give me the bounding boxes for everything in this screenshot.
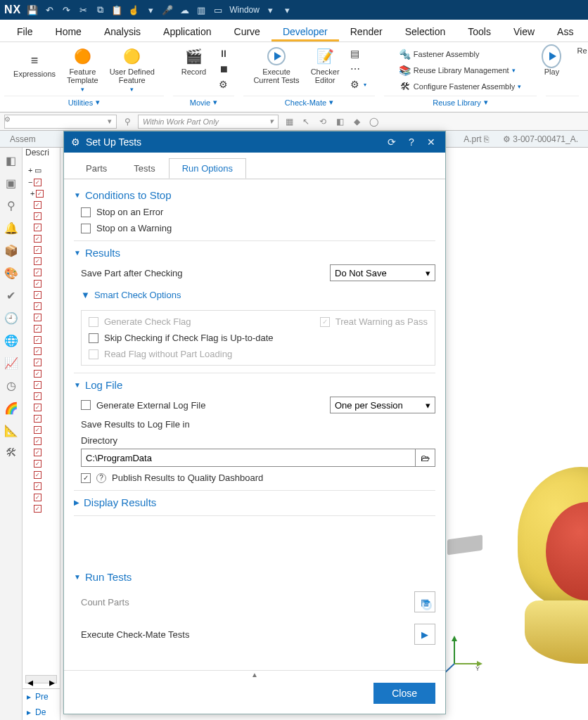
cut-icon[interactable]: ✂ [77, 4, 89, 15]
chevron-down-icon[interactable]: ▾ [213, 98, 217, 107]
appearance-icon[interactable]: 🎨 [3, 264, 20, 281]
filter-tool-6-icon[interactable]: ◯ [367, 115, 380, 128]
play-button[interactable]: Play [533, 45, 570, 77]
close-button[interactable]: Close [373, 683, 435, 704]
tree-row[interactable]: ✓ [23, 480, 60, 491]
filter-scope-combo[interactable]: Within Work Part Only▾ [138, 115, 279, 129]
tree-row[interactable]: ✓ [23, 244, 60, 255]
view-triad-icon[interactable]: Y [440, 636, 482, 678]
overflow-icon[interactable]: ▾ [282, 4, 293, 15]
mic-icon[interactable]: 🎤 [162, 4, 173, 15]
tree-row[interactable]: ✓ [23, 233, 60, 244]
filter-tool-4-icon[interactable]: ◧ [333, 115, 346, 128]
tree-row[interactable]: − ✓ [23, 176, 60, 188]
filter-tool-1-icon[interactable]: ▦ [283, 115, 295, 128]
tree-row[interactable]: ✓ [23, 210, 60, 221]
assembly-navigator-tab[interactable]: Assem [3, 133, 43, 146]
tree-row[interactable]: ✓ [23, 289, 60, 300]
save-part-combo[interactable]: Do Not Save ▾ [330, 264, 435, 281]
smart-check-header[interactable]: ▼ Smart Check Options [81, 287, 435, 304]
tab-run-options[interactable]: Run Options [169, 158, 246, 179]
history-icon[interactable]: 🕘 [3, 309, 20, 326]
tree-row[interactable]: ✓ [23, 300, 60, 311]
browse-directory-button[interactable]: 🗁 [416, 449, 435, 467]
touch-icon[interactable]: ☝ [128, 4, 139, 15]
tree-row[interactable]: + ✓ [23, 188, 60, 199]
constraint-navigator-icon[interactable]: ⚲ [3, 197, 20, 214]
tools-icon[interactable]: 🛠 [3, 444, 20, 461]
tree-row[interactable]: ✓ [23, 266, 60, 278]
reuse-library-mgmt-button[interactable]: 📚 Reuse Library Management ▾ [397, 63, 524, 77]
menu-application[interactable]: Application [152, 22, 223, 41]
movie-small-3[interactable]: ⚙ [215, 77, 232, 91]
feature-template-button[interactable]: 🟠 Feature Template ▾ [63, 45, 103, 94]
cloud-icon[interactable]: ☁ [179, 4, 190, 15]
filter-tool-2-icon[interactable]: ↖ [300, 115, 312, 128]
menu-view[interactable]: View [502, 22, 546, 41]
menu-home[interactable]: Home [44, 22, 93, 41]
stop-on-error-checkbox[interactable]: Stop on an Error [81, 207, 435, 217]
results-header[interactable]: ▼ Results [74, 241, 435, 263]
stop-on-warning-checkbox[interactable]: Stop on a Warning [81, 223, 435, 233]
expressions-button[interactable]: ≡ Expressions [9, 45, 60, 79]
notifications-icon[interactable]: 🔔 [3, 219, 20, 236]
dropdown-icon[interactable]: ▾ [145, 4, 156, 15]
tree-row[interactable]: ✓ [23, 503, 60, 514]
tree-row[interactable]: ✓ [23, 255, 60, 266]
filter-tool-3-icon[interactable]: ⟲ [317, 115, 329, 128]
assembly-tree[interactable]: + ▭ − ✓ + ✓ ✓ ✓ ✓ ✓ ✓ ✓ ✓ ✓ ✓ ✓ ✓ ✓ ✓ ✓ … [23, 165, 60, 514]
filter-type-combo[interactable]: ▾ [4, 115, 117, 129]
color-icon[interactable]: 🌈 [3, 399, 20, 416]
execute-tests-button[interactable]: Execute Current Tests [249, 45, 303, 86]
window-menu[interactable]: Window [229, 5, 260, 15]
tree-row[interactable]: ✓ [23, 390, 60, 401]
checker-editor-button[interactable]: 📝 Checker Editor [307, 45, 344, 86]
reset-icon[interactable]: ⟳ [385, 136, 399, 148]
undo-icon[interactable]: ↶ [44, 4, 55, 15]
tree-row[interactable]: ✓ [23, 446, 60, 458]
chevron-down-icon[interactable]: ▾ [96, 98, 100, 107]
generate-external-log-checkbox[interactable]: Generate External Log File [81, 400, 205, 411]
checkmate-small-3[interactable]: ⚙▾ [347, 77, 369, 91]
execute-checkmate-button[interactable]: ▶ [414, 624, 435, 645]
copy-icon[interactable]: ⧉ [94, 4, 106, 15]
filter-tool-5-icon[interactable]: ◆ [350, 115, 363, 128]
window-dropdown-icon[interactable]: ▾ [265, 4, 276, 15]
dialog-title-bar[interactable]: ⚙ Set Up Tests ⟳ ? ✕ [64, 131, 445, 153]
horizontal-scrollbar[interactable]: ◂▸ [25, 675, 57, 683]
dependencies-section[interactable]: ▸De [23, 705, 60, 720]
checkmate-icon[interactable]: ✔ [3, 287, 20, 304]
tree-row[interactable]: ✓ [23, 424, 60, 435]
save-icon[interactable]: 💾 [27, 4, 38, 15]
run-tests-header[interactable]: ▼ Run Tests [74, 565, 435, 587]
tree-row[interactable]: ✓ [23, 323, 60, 334]
tree-row[interactable]: ✓ [23, 221, 60, 233]
checkmate-small-1[interactable]: ▤ [347, 46, 369, 60]
chevron-down-icon[interactable]: ▾ [329, 98, 333, 107]
tree-row[interactable]: ✓ [23, 401, 60, 413]
re-button[interactable]: Re [573, 45, 588, 56]
tree-row[interactable]: + ▭ [23, 165, 60, 176]
menu-assemblies[interactable]: Ass [546, 22, 584, 41]
publish-results-checkbox[interactable]: ? Publish Results to Quality Dashboard [81, 472, 435, 483]
close-icon[interactable]: ✕ [424, 136, 438, 148]
graph-icon[interactable]: 📈 [3, 354, 20, 371]
tree-row[interactable]: ✓ [23, 334, 60, 345]
count-parts-button[interactable]: ▦ [414, 591, 435, 612]
help-icon[interactable]: ? [404, 136, 418, 148]
chevron-down-icon[interactable]: ▾ [484, 98, 488, 107]
skip-checking-checkbox[interactable]: Skip Checking if Check Flag is Up-to-dat… [89, 333, 428, 343]
tree-row[interactable]: ✓ [23, 311, 60, 323]
collapse-handle[interactable]: ▲ [74, 671, 435, 679]
log-frequency-combo[interactable]: One per Session ▾ [330, 397, 435, 413]
clock-icon[interactable]: ◷ [3, 377, 20, 394]
configure-fastener-button[interactable]: 🛠 Configure Fastener Assembly ▾ [397, 79, 524, 94]
internet-icon[interactable]: 🌐 [3, 332, 20, 349]
part-navigator-icon[interactable]: ◧ [3, 152, 20, 169]
display-results-header[interactable]: ▶ Display Results [74, 491, 435, 516]
user-defined-feature-button[interactable]: 🟡 User Defined Feature ▾ [106, 45, 159, 94]
redo-icon[interactable]: ↷ [60, 4, 72, 15]
tree-row[interactable]: ✓ [23, 278, 60, 289]
directory-input[interactable] [81, 449, 416, 467]
record-button[interactable]: 🎬 Record [176, 45, 212, 77]
